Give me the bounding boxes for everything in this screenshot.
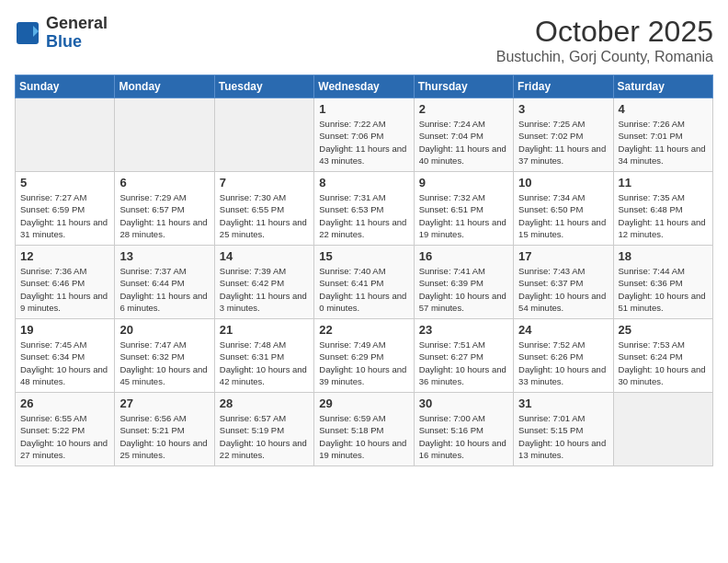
calendar-cell: 18Sunrise: 7:44 AM Sunset: 6:36 PM Dayli…	[613, 246, 712, 319]
day-info: Sunrise: 7:01 AM Sunset: 5:15 PM Dayligh…	[518, 412, 608, 461]
calendar-cell: 26Sunrise: 6:55 AM Sunset: 5:22 PM Dayli…	[16, 393, 115, 466]
calendar-week-row: 12Sunrise: 7:36 AM Sunset: 6:46 PM Dayli…	[16, 246, 713, 319]
calendar-cell: 1Sunrise: 7:22 AM Sunset: 7:06 PM Daylig…	[314, 98, 414, 172]
weekday-header: Monday	[115, 75, 214, 98]
day-info: Sunrise: 7:49 AM Sunset: 6:29 PM Dayligh…	[319, 339, 408, 387]
calendar-cell: 13Sunrise: 7:37 AM Sunset: 6:44 PM Dayli…	[115, 246, 214, 319]
calendar-cell: 3Sunrise: 7:25 AM Sunset: 7:02 PM Daylig…	[514, 98, 613, 172]
calendar-cell: 22Sunrise: 7:49 AM Sunset: 6:29 PM Dayli…	[314, 319, 414, 393]
calendar-week-row: 19Sunrise: 7:45 AM Sunset: 6:34 PM Dayli…	[16, 319, 713, 393]
logo-icon	[15, 20, 40, 46]
day-info: Sunrise: 7:41 AM Sunset: 6:39 PM Dayligh…	[419, 265, 508, 314]
day-info: Sunrise: 7:37 AM Sunset: 6:44 PM Dayligh…	[119, 265, 209, 314]
logo-blue: Blue	[46, 33, 108, 52]
day-info: Sunrise: 7:51 AM Sunset: 6:27 PM Dayligh…	[419, 339, 508, 387]
title-block: October 2025 Bustuchin, Gorj County, Rom…	[496, 15, 713, 65]
weekday-header: Sunday	[16, 75, 115, 98]
day-number: 25	[619, 323, 708, 337]
calendar-cell: 17Sunrise: 7:43 AM Sunset: 6:37 PM Dayli…	[514, 246, 613, 319]
day-number: 29	[319, 396, 408, 410]
day-number: 7	[220, 176, 309, 190]
day-number: 21	[220, 323, 309, 337]
calendar-cell: 6Sunrise: 7:29 AM Sunset: 6:57 PM Daylig…	[115, 172, 214, 246]
day-number: 20	[119, 323, 209, 337]
day-number: 17	[518, 249, 608, 263]
calendar-body: 1Sunrise: 7:22 AM Sunset: 7:06 PM Daylig…	[16, 98, 713, 466]
day-number: 19	[20, 323, 109, 337]
day-number: 28	[220, 396, 309, 410]
day-info: Sunrise: 7:32 AM Sunset: 6:51 PM Dayligh…	[419, 191, 508, 240]
day-number: 9	[419, 176, 508, 190]
calendar-cell: 4Sunrise: 7:26 AM Sunset: 7:01 PM Daylig…	[613, 98, 712, 172]
day-number: 3	[518, 102, 608, 116]
day-info: Sunrise: 7:30 AM Sunset: 6:55 PM Dayligh…	[220, 191, 309, 240]
calendar-cell: 19Sunrise: 7:45 AM Sunset: 6:34 PM Dayli…	[16, 319, 115, 393]
day-number: 4	[619, 102, 708, 116]
calendar-cell: 9Sunrise: 7:32 AM Sunset: 6:51 PM Daylig…	[414, 172, 513, 246]
day-info: Sunrise: 7:31 AM Sunset: 6:53 PM Dayligh…	[319, 191, 408, 240]
day-info: Sunrise: 7:35 AM Sunset: 6:48 PM Dayligh…	[619, 191, 708, 240]
calendar-cell: 14Sunrise: 7:39 AM Sunset: 6:42 PM Dayli…	[214, 246, 313, 319]
calendar-cell: 25Sunrise: 7:53 AM Sunset: 6:24 PM Dayli…	[613, 319, 712, 393]
day-info: Sunrise: 7:39 AM Sunset: 6:42 PM Dayligh…	[220, 265, 309, 314]
calendar-cell: 16Sunrise: 7:41 AM Sunset: 6:39 PM Dayli…	[414, 246, 513, 319]
calendar-cell	[16, 98, 115, 172]
calendar-cell: 31Sunrise: 7:01 AM Sunset: 5:15 PM Dayli…	[514, 393, 613, 466]
weekday-header: Saturday	[613, 75, 712, 98]
day-info: Sunrise: 7:36 AM Sunset: 6:46 PM Dayligh…	[20, 265, 109, 314]
day-info: Sunrise: 6:55 AM Sunset: 5:22 PM Dayligh…	[20, 412, 109, 461]
day-info: Sunrise: 7:22 AM Sunset: 7:06 PM Dayligh…	[319, 118, 408, 167]
day-info: Sunrise: 7:29 AM Sunset: 6:57 PM Dayligh…	[119, 191, 209, 240]
calendar-cell: 15Sunrise: 7:40 AM Sunset: 6:41 PM Dayli…	[314, 246, 414, 319]
location: Bustuchin, Gorj County, Romania	[496, 49, 713, 65]
calendar-cell: 27Sunrise: 6:56 AM Sunset: 5:21 PM Dayli…	[115, 393, 214, 466]
day-info: Sunrise: 7:53 AM Sunset: 6:24 PM Dayligh…	[619, 339, 708, 387]
page-header: General Blue October 2025 Bustuchin, Gor…	[15, 15, 713, 65]
calendar-week-row: 1Sunrise: 7:22 AM Sunset: 7:06 PM Daylig…	[16, 98, 713, 172]
day-number: 1	[319, 102, 408, 116]
calendar-cell: 20Sunrise: 7:47 AM Sunset: 6:32 PM Dayli…	[115, 319, 214, 393]
day-number: 26	[20, 396, 109, 410]
day-info: Sunrise: 7:40 AM Sunset: 6:41 PM Dayligh…	[319, 265, 408, 314]
weekday-header: Wednesday	[314, 75, 414, 98]
day-number: 14	[220, 249, 309, 263]
day-number: 6	[119, 176, 209, 190]
calendar-week-row: 5Sunrise: 7:27 AM Sunset: 6:59 PM Daylig…	[16, 172, 713, 246]
month-title: October 2025	[496, 15, 713, 49]
calendar-cell	[214, 98, 313, 172]
calendar-cell: 2Sunrise: 7:24 AM Sunset: 7:04 PM Daylig…	[414, 98, 513, 172]
day-info: Sunrise: 7:48 AM Sunset: 6:31 PM Dayligh…	[220, 339, 309, 387]
day-info: Sunrise: 6:56 AM Sunset: 5:21 PM Dayligh…	[119, 412, 209, 461]
calendar-cell: 7Sunrise: 7:30 AM Sunset: 6:55 PM Daylig…	[214, 172, 313, 246]
day-info: Sunrise: 7:27 AM Sunset: 6:59 PM Dayligh…	[20, 191, 109, 240]
calendar-table: SundayMondayTuesdayWednesdayThursdayFrid…	[15, 75, 713, 466]
day-info: Sunrise: 7:43 AM Sunset: 6:37 PM Dayligh…	[518, 265, 608, 314]
day-info: Sunrise: 7:45 AM Sunset: 6:34 PM Dayligh…	[20, 339, 109, 387]
day-info: Sunrise: 7:00 AM Sunset: 5:16 PM Dayligh…	[419, 412, 508, 461]
day-number: 16	[419, 249, 508, 263]
calendar-cell	[613, 393, 712, 466]
day-number: 31	[518, 396, 608, 410]
day-number: 27	[119, 396, 209, 410]
day-number: 18	[619, 249, 708, 263]
calendar-cell: 11Sunrise: 7:35 AM Sunset: 6:48 PM Dayli…	[613, 172, 712, 246]
calendar-cell: 21Sunrise: 7:48 AM Sunset: 6:31 PM Dayli…	[214, 319, 313, 393]
calendar-cell: 23Sunrise: 7:51 AM Sunset: 6:27 PM Dayli…	[414, 319, 513, 393]
day-number: 13	[119, 249, 209, 263]
day-number: 2	[419, 102, 508, 116]
calendar-cell: 28Sunrise: 6:57 AM Sunset: 5:19 PM Dayli…	[214, 393, 313, 466]
day-number: 22	[319, 323, 408, 337]
logo-text: General Blue	[46, 15, 108, 52]
day-number: 12	[20, 249, 109, 263]
calendar-cell: 29Sunrise: 6:59 AM Sunset: 5:18 PM Dayli…	[314, 393, 414, 466]
day-number: 11	[619, 176, 708, 190]
calendar-cell: 24Sunrise: 7:52 AM Sunset: 6:26 PM Dayli…	[514, 319, 613, 393]
calendar-cell	[115, 98, 214, 172]
day-number: 8	[319, 176, 408, 190]
calendar-week-row: 26Sunrise: 6:55 AM Sunset: 5:22 PM Dayli…	[16, 393, 713, 466]
day-number: 5	[20, 176, 109, 190]
day-number: 30	[419, 396, 508, 410]
day-info: Sunrise: 7:34 AM Sunset: 6:50 PM Dayligh…	[518, 191, 608, 240]
calendar-cell: 5Sunrise: 7:27 AM Sunset: 6:59 PM Daylig…	[16, 172, 115, 246]
calendar-cell: 10Sunrise: 7:34 AM Sunset: 6:50 PM Dayli…	[514, 172, 613, 246]
